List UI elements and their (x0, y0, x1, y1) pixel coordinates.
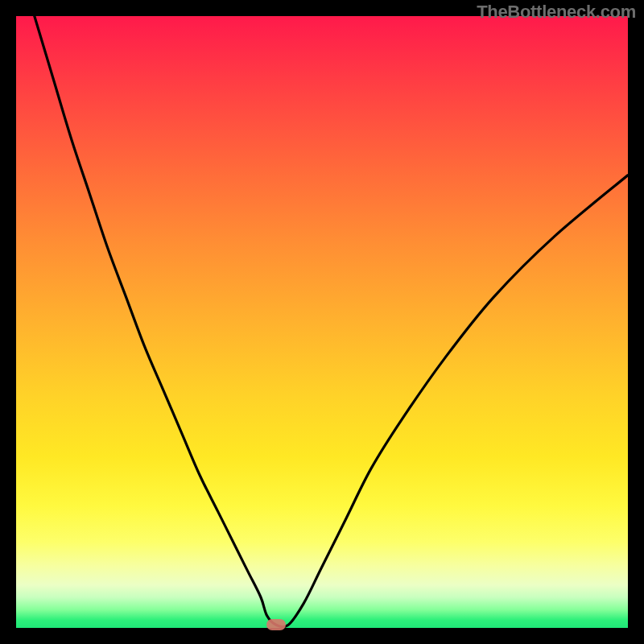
minimum-marker (266, 619, 286, 630)
watermark-text: TheBottleneck.com (477, 2, 636, 23)
plot-area (16, 16, 628, 628)
bottleneck-curve (16, 16, 628, 628)
outer-frame: TheBottleneck.com (0, 0, 644, 644)
